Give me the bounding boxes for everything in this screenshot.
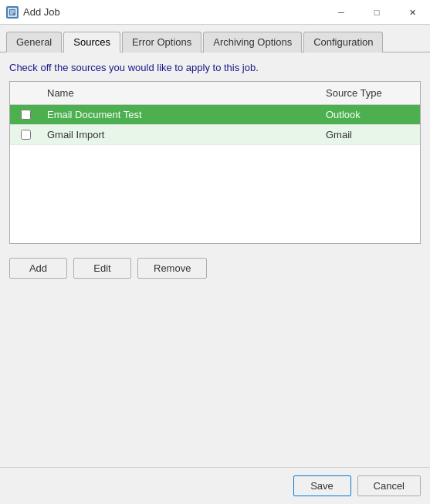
instruction-text: Check off the sources you would like to … (9, 62, 421, 73)
app-icon (6, 6, 19, 19)
checkbox-1[interactable] (21, 110, 31, 120)
dialog-footer: Save Cancel (0, 467, 430, 504)
close-button[interactable]: ✕ (394, 0, 430, 25)
edit-button[interactable]: Edit (73, 258, 131, 279)
row-source-type-1: Outlook (320, 105, 420, 124)
row-checkbox-1[interactable] (10, 106, 41, 123)
table-body: Email Document Test Outlook Gmail Import… (10, 105, 420, 243)
action-buttons: Add Edit Remove (0, 250, 430, 285)
row-source-type-2: Gmail (320, 125, 420, 144)
tab-content-sources: Check off the sources you would like to … (0, 52, 430, 250)
row-name-1: Email Document Test (41, 105, 320, 124)
add-button[interactable]: Add (9, 258, 67, 279)
row-checkbox-2[interactable] (10, 126, 41, 144)
dialog-content: General Sources Error Options Archiving … (0, 25, 430, 504)
checkbox-2[interactable] (21, 130, 31, 140)
row-name-2: Gmail Import (41, 125, 320, 144)
tab-configuration[interactable]: Configuration (303, 32, 383, 52)
sources-table: Name Source Type Email Document Test Out… (9, 81, 421, 244)
tab-error-options[interactable]: Error Options (122, 32, 201, 52)
title-bar-left: Add Job (6, 6, 60, 19)
maximize-button[interactable]: □ (359, 0, 394, 25)
tab-sources[interactable]: Sources (63, 32, 120, 52)
cancel-button[interactable]: Cancel (357, 475, 421, 496)
save-button[interactable]: Save (293, 475, 351, 496)
tab-general[interactable]: General (6, 32, 62, 52)
header-name: Name (41, 85, 320, 101)
header-checkbox (10, 85, 41, 101)
remove-button[interactable]: Remove (137, 258, 207, 279)
title-bar: Add Job ─ □ ✕ (0, 0, 430, 25)
table-header: Name Source Type (10, 82, 420, 105)
table-row[interactable]: Email Document Test Outlook (10, 105, 420, 125)
table-row[interactable]: Gmail Import Gmail (10, 125, 420, 145)
tab-bar: General Sources Error Options Archiving … (0, 25, 430, 52)
tab-archiving-options[interactable]: Archiving Options (203, 32, 302, 52)
window-title: Add Job (23, 6, 60, 18)
header-source-type: Source Type (320, 85, 420, 101)
minimize-button[interactable]: ─ (323, 0, 359, 25)
window-controls: ─ □ ✕ (323, 0, 430, 24)
spacer (0, 285, 430, 467)
